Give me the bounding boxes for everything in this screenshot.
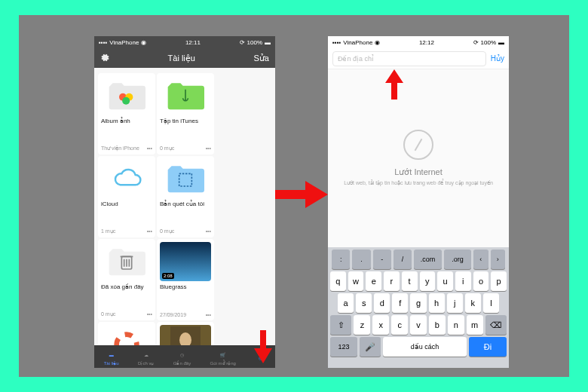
key-f[interactable]: f bbox=[392, 293, 408, 313]
more-icon[interactable]: ••• bbox=[206, 145, 211, 151]
key-m[interactable]: m bbox=[467, 315, 483, 335]
key-d[interactable]: d bbox=[374, 293, 390, 313]
url-placeholder: Đến địa chỉ bbox=[338, 55, 374, 63]
key-n[interactable]: n bbox=[448, 315, 464, 335]
url-input[interactable]: Đến địa chỉ bbox=[332, 51, 486, 66]
item-scans[interactable]: Bản quét của tôi 0 mục••• bbox=[157, 156, 214, 237]
item-sub: 0 mục bbox=[160, 145, 174, 151]
tab-documents[interactable]: ▬ Tài liệu bbox=[104, 350, 119, 366]
clock-icon: ◷ bbox=[176, 350, 187, 360]
key-com[interactable]: .com bbox=[414, 250, 441, 269]
key-dot[interactable]: . bbox=[352, 250, 370, 269]
item-guide[interactable]: Hướng dẫn Documents 12:10••• bbox=[98, 322, 155, 345]
key-space[interactable]: dấu cách bbox=[383, 337, 467, 357]
key-colon[interactable]: : bbox=[332, 250, 350, 269]
key-slash[interactable]: / bbox=[394, 250, 412, 269]
album-icon bbox=[101, 76, 152, 115]
item-title: iCloud bbox=[101, 201, 152, 208]
tab-label: Gói mở rộng bbox=[210, 360, 236, 366]
key-backspace[interactable]: ⌫ bbox=[485, 315, 507, 335]
key-z[interactable]: z bbox=[354, 315, 370, 335]
key-o[interactable]: o bbox=[473, 271, 489, 291]
key-k[interactable]: k bbox=[465, 293, 481, 313]
documents-grid: Album ảnh Thư viện iPhone••• Tập tin iTu… bbox=[94, 68, 275, 345]
key-y[interactable]: y bbox=[420, 271, 436, 291]
item-album[interactable]: Album ảnh Thư viện iPhone••• bbox=[98, 73, 155, 155]
item-sub: 1 mục bbox=[101, 228, 115, 234]
item-title: Bản quét của tôi bbox=[160, 201, 211, 208]
tab-label: Tài liệu bbox=[104, 360, 119, 366]
key-c[interactable]: c bbox=[391, 315, 408, 335]
key-dash[interactable]: - bbox=[373, 250, 391, 269]
folder-icon bbox=[160, 76, 211, 115]
key-prev[interactable]: ‹ bbox=[473, 250, 488, 269]
key-shift[interactable]: ⇧ bbox=[330, 315, 351, 335]
item-sub: 0 mục bbox=[101, 311, 115, 317]
cancel-button[interactable]: Hủy bbox=[491, 54, 504, 63]
svg-point-5 bbox=[117, 335, 137, 345]
key-u[interactable]: u bbox=[437, 271, 453, 291]
key-v[interactable]: v bbox=[410, 315, 427, 335]
settings-button[interactable] bbox=[100, 53, 109, 63]
key-q[interactable]: q bbox=[330, 271, 346, 291]
folder-icon: ▬ bbox=[106, 350, 117, 360]
battery-icon: ▬ bbox=[498, 39, 504, 46]
key-i[interactable]: i bbox=[455, 271, 471, 291]
item-monalisa[interactable]: Mona Lisa 27/09/2019••• bbox=[157, 322, 214, 345]
more-icon[interactable]: ••• bbox=[206, 312, 211, 317]
item-title: Đã xóa gần đây bbox=[101, 284, 152, 291]
tab-services[interactable]: ☁ Dịch vụ bbox=[138, 350, 154, 366]
key-a[interactable]: a bbox=[338, 293, 354, 313]
key-e[interactable]: e bbox=[366, 271, 381, 291]
key-p[interactable]: p bbox=[491, 271, 507, 291]
compass-icon bbox=[403, 130, 433, 160]
key-mic[interactable]: 🎤 bbox=[360, 337, 381, 357]
wifi-icon: ◉ bbox=[141, 39, 146, 46]
item-sub: 27/09/2019 bbox=[160, 312, 186, 317]
signal-icon: ▪▪▪▪ bbox=[332, 39, 341, 46]
more-icon[interactable]: ••• bbox=[147, 145, 152, 151]
key-s[interactable]: s bbox=[356, 293, 372, 313]
browser-empty-state: Lướt Internet Lướt web, tải tập tin hoặc… bbox=[328, 69, 509, 247]
key-t[interactable]: t bbox=[402, 271, 418, 291]
more-icon[interactable]: ••• bbox=[206, 228, 211, 234]
status-bar: ▪▪▪▪ VinaPhone ◉ 12:11 ⟳ 100% ▬ bbox=[94, 36, 275, 48]
tab-bar: ▬ Tài liệu ☁ Dịch vụ ◷ Gần đây 🛒 Gói mở … bbox=[94, 345, 275, 368]
trash-icon bbox=[101, 242, 152, 281]
carrier-label: VinaPhone bbox=[343, 39, 372, 46]
more-icon[interactable]: ••• bbox=[147, 311, 152, 317]
status-bar: ▪▪▪▪ VinaPhone ◉ 12:12 ⟳ 100% ▬ bbox=[328, 36, 509, 48]
item-trash[interactable]: Đã xóa gần đây 0 mục••• bbox=[98, 239, 155, 320]
canvas: ▪▪▪▪ VinaPhone ◉ 12:11 ⟳ 100% ▬ Tài liệu… bbox=[19, 15, 569, 377]
key-g[interactable]: g bbox=[410, 293, 426, 313]
key-w[interactable]: w bbox=[348, 271, 364, 291]
item-icloud[interactable]: iCloud 1 mục••• bbox=[98, 156, 155, 237]
key-r[interactable]: r bbox=[384, 271, 400, 291]
header-bar: Tài liệu Sửa bbox=[94, 48, 275, 68]
tab-recent[interactable]: ◷ Gần đây bbox=[173, 350, 191, 366]
key-j[interactable]: j bbox=[447, 293, 463, 313]
key-next[interactable]: › bbox=[491, 250, 505, 269]
signal-icon: ▪▪▪▪ bbox=[99, 39, 107, 46]
key-123[interactable]: 123 bbox=[330, 337, 357, 357]
arrow-down-icon bbox=[254, 330, 272, 363]
arrow-right-icon bbox=[275, 181, 328, 208]
key-h[interactable]: h bbox=[429, 293, 445, 313]
clock: 12:11 bbox=[185, 39, 201, 46]
item-bluegrass[interactable]: 2:08 Bluegrass 27/09/2019••• bbox=[157, 239, 214, 320]
edit-button[interactable]: Sửa bbox=[254, 54, 269, 63]
tab-addons[interactable]: 🛒 Gói mở rộng bbox=[210, 350, 236, 366]
key-b[interactable]: b bbox=[429, 315, 446, 335]
key-l[interactable]: l bbox=[483, 293, 499, 313]
key-x[interactable]: x bbox=[372, 315, 389, 335]
item-title: Bluegrass bbox=[160, 284, 211, 291]
more-icon[interactable]: ••• bbox=[147, 228, 152, 234]
key-org[interactable]: .org bbox=[444, 250, 471, 269]
lifebuoy-icon bbox=[101, 325, 152, 345]
key-go[interactable]: Đi bbox=[469, 337, 507, 357]
video-thumb: 2:08 bbox=[160, 242, 211, 281]
svg-point-2 bbox=[122, 97, 130, 105]
item-itunes[interactable]: Tập tin iTunes 0 mục••• bbox=[157, 73, 214, 155]
item-title: Tập tin iTunes bbox=[160, 118, 211, 125]
tab-label: Gần đây bbox=[173, 360, 191, 366]
